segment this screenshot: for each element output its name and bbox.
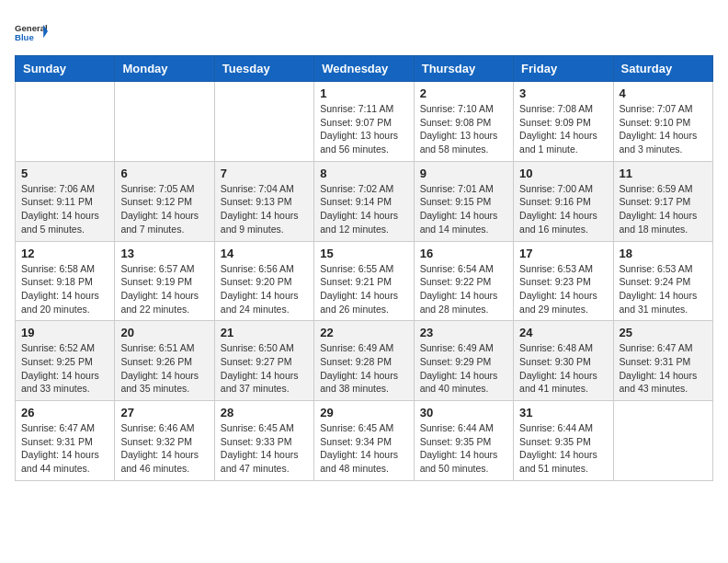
day-info: Sunrise: 7:08 AM Sunset: 9:09 PM Dayligh… — [519, 102, 607, 156]
day-number: 9 — [420, 167, 507, 180]
header: General Blue — [15, 15, 713, 48]
col-header-tuesday: Tuesday — [214, 56, 313, 82]
calendar-cell: 9Sunrise: 7:01 AM Sunset: 9:15 PM Daylig… — [414, 161, 513, 241]
calendar-cell: 1Sunrise: 7:11 AM Sunset: 9:07 PM Daylig… — [314, 82, 414, 162]
day-info: Sunrise: 6:44 AM Sunset: 9:35 PM Dayligh… — [420, 421, 507, 476]
day-info: Sunrise: 6:59 AM Sunset: 9:17 PM Dayligh… — [620, 182, 707, 236]
day-info: Sunrise: 7:01 AM Sunset: 9:15 PM Dayligh… — [420, 182, 507, 236]
day-info: Sunrise: 7:11 AM Sunset: 9:07 PM Dayligh… — [320, 102, 407, 156]
day-number: 24 — [519, 326, 607, 339]
calendar-cell: 24Sunrise: 6:48 AM Sunset: 9:30 PM Dayli… — [514, 321, 613, 401]
calendar-cell — [214, 82, 313, 162]
day-info: Sunrise: 6:56 AM Sunset: 9:20 PM Dayligh… — [221, 262, 308, 316]
calendar-cell: 3Sunrise: 7:08 AM Sunset: 9:09 PM Daylig… — [514, 82, 613, 162]
day-number: 12 — [21, 247, 108, 260]
day-number: 10 — [519, 167, 607, 180]
day-number: 13 — [120, 247, 208, 260]
calendar-week-row: 12Sunrise: 6:58 AM Sunset: 9:18 PM Dayli… — [16, 241, 713, 321]
calendar-cell: 20Sunrise: 6:51 AM Sunset: 9:26 PM Dayli… — [115, 321, 214, 401]
day-info: Sunrise: 6:45 AM Sunset: 9:34 PM Dayligh… — [320, 421, 407, 476]
day-number: 8 — [320, 167, 407, 180]
day-info: Sunrise: 6:44 AM Sunset: 9:35 PM Dayligh… — [519, 421, 607, 476]
day-info: Sunrise: 6:45 AM Sunset: 9:33 PM Dayligh… — [221, 421, 308, 476]
calendar-cell: 5Sunrise: 7:06 AM Sunset: 9:11 PM Daylig… — [16, 161, 115, 241]
day-info: Sunrise: 6:47 AM Sunset: 9:31 PM Dayligh… — [21, 421, 108, 476]
calendar-cell: 14Sunrise: 6:56 AM Sunset: 9:20 PM Dayli… — [214, 241, 313, 321]
day-number: 6 — [120, 167, 208, 180]
day-number: 19 — [21, 326, 108, 339]
day-number: 1 — [320, 86, 407, 100]
col-header-monday: Monday — [115, 56, 214, 82]
col-header-wednesday: Wednesday — [314, 56, 414, 82]
day-number: 17 — [519, 247, 607, 260]
calendar-cell: 11Sunrise: 6:59 AM Sunset: 9:17 PM Dayli… — [613, 161, 712, 241]
day-info: Sunrise: 6:52 AM Sunset: 9:25 PM Dayligh… — [21, 341, 108, 396]
calendar-cell: 29Sunrise: 6:45 AM Sunset: 9:34 PM Dayli… — [314, 401, 414, 481]
calendar-header-row: SundayMondayTuesdayWednesdayThursdayFrid… — [16, 56, 713, 82]
day-number: 14 — [221, 247, 308, 260]
calendar-cell: 7Sunrise: 7:04 AM Sunset: 9:13 PM Daylig… — [214, 161, 313, 241]
day-info: Sunrise: 7:05 AM Sunset: 9:12 PM Dayligh… — [120, 182, 208, 236]
day-info: Sunrise: 7:06 AM Sunset: 9:11 PM Dayligh… — [21, 182, 108, 236]
day-info: Sunrise: 6:57 AM Sunset: 9:19 PM Dayligh… — [120, 262, 208, 316]
calendar-cell — [16, 82, 115, 162]
day-number: 29 — [320, 406, 407, 419]
calendar-cell: 21Sunrise: 6:50 AM Sunset: 9:27 PM Dayli… — [214, 321, 313, 401]
day-number: 3 — [519, 86, 607, 100]
col-header-thursday: Thursday — [414, 56, 513, 82]
calendar-cell: 12Sunrise: 6:58 AM Sunset: 9:18 PM Dayli… — [16, 241, 115, 321]
day-info: Sunrise: 6:53 AM Sunset: 9:24 PM Dayligh… — [620, 262, 707, 316]
calendar-cell: 18Sunrise: 6:53 AM Sunset: 9:24 PM Dayli… — [613, 241, 712, 321]
day-number: 11 — [620, 167, 707, 180]
day-number: 20 — [120, 326, 208, 339]
day-number: 22 — [320, 326, 407, 339]
day-number: 30 — [420, 406, 507, 419]
calendar-cell: 4Sunrise: 7:07 AM Sunset: 9:10 PM Daylig… — [613, 82, 712, 162]
calendar-cell: 23Sunrise: 6:49 AM Sunset: 9:29 PM Dayli… — [414, 321, 513, 401]
day-number: 31 — [519, 406, 607, 419]
day-info: Sunrise: 7:07 AM Sunset: 9:10 PM Dayligh… — [620, 102, 707, 156]
day-number: 16 — [420, 247, 507, 260]
day-info: Sunrise: 7:02 AM Sunset: 9:14 PM Dayligh… — [320, 182, 407, 236]
day-info: Sunrise: 6:54 AM Sunset: 9:22 PM Dayligh… — [420, 262, 507, 316]
day-number: 7 — [221, 167, 308, 180]
day-number: 18 — [620, 247, 707, 260]
day-number: 5 — [21, 167, 108, 180]
day-info: Sunrise: 7:04 AM Sunset: 9:13 PM Dayligh… — [221, 182, 308, 236]
day-info: Sunrise: 6:48 AM Sunset: 9:30 PM Dayligh… — [519, 341, 607, 396]
day-info: Sunrise: 6:49 AM Sunset: 9:28 PM Dayligh… — [320, 341, 407, 396]
calendar-cell — [115, 82, 214, 162]
day-number: 25 — [620, 326, 707, 339]
calendar-cell: 2Sunrise: 7:10 AM Sunset: 9:08 PM Daylig… — [414, 82, 513, 162]
day-info: Sunrise: 6:49 AM Sunset: 9:29 PM Dayligh… — [420, 341, 507, 396]
day-info: Sunrise: 6:50 AM Sunset: 9:27 PM Dayligh… — [221, 341, 308, 396]
day-info: Sunrise: 6:46 AM Sunset: 9:32 PM Dayligh… — [120, 421, 208, 476]
calendar-week-row: 5Sunrise: 7:06 AM Sunset: 9:11 PM Daylig… — [16, 161, 713, 241]
day-number: 2 — [420, 86, 507, 100]
logo: General Blue — [15, 15, 48, 48]
calendar-cell: 25Sunrise: 6:47 AM Sunset: 9:31 PM Dayli… — [613, 321, 712, 401]
calendar-cell: 30Sunrise: 6:44 AM Sunset: 9:35 PM Dayli… — [414, 401, 513, 481]
day-info: Sunrise: 7:10 AM Sunset: 9:08 PM Dayligh… — [420, 102, 507, 156]
calendar-cell: 13Sunrise: 6:57 AM Sunset: 9:19 PM Dayli… — [115, 241, 214, 321]
calendar-cell: 8Sunrise: 7:02 AM Sunset: 9:14 PM Daylig… — [314, 161, 414, 241]
day-number: 26 — [21, 406, 108, 419]
calendar-week-row: 26Sunrise: 6:47 AM Sunset: 9:31 PM Dayli… — [16, 401, 713, 481]
calendar: SundayMondayTuesdayWednesdayThursdayFrid… — [15, 55, 713, 481]
calendar-cell: 26Sunrise: 6:47 AM Sunset: 9:31 PM Dayli… — [16, 401, 115, 481]
day-number: 27 — [120, 406, 208, 419]
day-number: 23 — [420, 326, 507, 339]
calendar-week-row: 1Sunrise: 7:11 AM Sunset: 9:07 PM Daylig… — [16, 82, 713, 162]
svg-text:Blue: Blue — [15, 32, 34, 42]
day-info: Sunrise: 6:53 AM Sunset: 9:23 PM Dayligh… — [519, 262, 607, 316]
col-header-friday: Friday — [514, 56, 613, 82]
calendar-cell: 22Sunrise: 6:49 AM Sunset: 9:28 PM Dayli… — [314, 321, 414, 401]
day-info: Sunrise: 6:55 AM Sunset: 9:21 PM Dayligh… — [320, 262, 407, 316]
day-number: 4 — [620, 86, 707, 100]
calendar-cell: 27Sunrise: 6:46 AM Sunset: 9:32 PM Dayli… — [115, 401, 214, 481]
calendar-cell: 10Sunrise: 7:00 AM Sunset: 9:16 PM Dayli… — [514, 161, 613, 241]
calendar-cell: 16Sunrise: 6:54 AM Sunset: 9:22 PM Dayli… — [414, 241, 513, 321]
calendar-cell: 17Sunrise: 6:53 AM Sunset: 9:23 PM Dayli… — [514, 241, 613, 321]
day-number: 15 — [320, 247, 407, 260]
col-header-sunday: Sunday — [16, 56, 115, 82]
